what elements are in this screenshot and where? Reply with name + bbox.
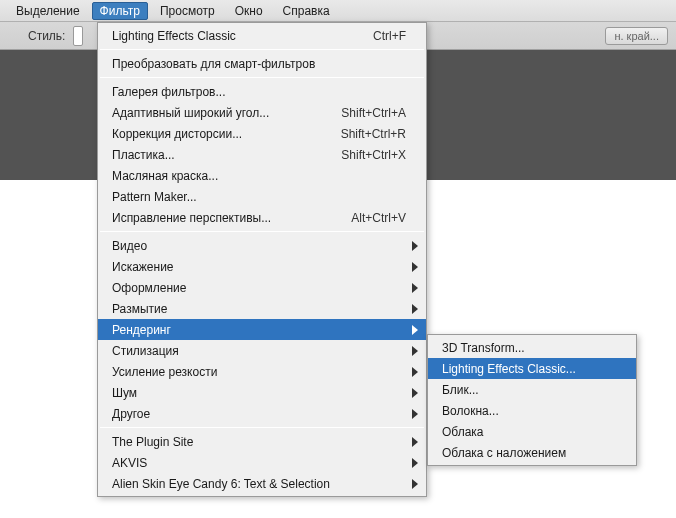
menu-label: Lighting Effects Classic...: [442, 362, 576, 376]
filter-other[interactable]: Другое: [98, 403, 426, 424]
render-3d-transform[interactable]: 3D Transform...: [428, 337, 636, 358]
filter-pattern-maker[interactable]: Pattern Maker...: [98, 186, 426, 207]
render-submenu: 3D Transform... Lighting Effects Classic…: [427, 334, 637, 466]
render-difference-clouds[interactable]: Облака с наложением: [428, 442, 636, 463]
chevron-right-icon: [412, 346, 418, 356]
menu-label: 3D Transform...: [442, 341, 525, 355]
separator: [100, 49, 424, 50]
chevron-right-icon: [412, 409, 418, 419]
filter-gallery[interactable]: Галерея фильтров...: [98, 81, 426, 102]
filter-plugin-site[interactable]: The Plugin Site: [98, 431, 426, 452]
filter-liquify[interactable]: Пластика... Shift+Ctrl+X: [98, 144, 426, 165]
menu-shortcut: Ctrl+F: [373, 29, 406, 43]
menu-label: Размытие: [112, 302, 406, 316]
menu-label: Коррекция дисторсии...: [112, 127, 341, 141]
filter-noise[interactable]: Шум: [98, 382, 426, 403]
chevron-right-icon: [412, 325, 418, 335]
menu-shortcut: Shift+Ctrl+A: [341, 106, 406, 120]
separator: [100, 427, 424, 428]
filter-pixelate[interactable]: Оформление: [98, 277, 426, 298]
menu-label: Оформление: [112, 281, 406, 295]
menu-label: Преобразовать для смарт-фильтров: [112, 57, 406, 71]
menu-label: Волокна...: [442, 404, 499, 418]
menu-shortcut: Alt+Ctrl+V: [351, 211, 406, 225]
menu-label: Масляная краска...: [112, 169, 406, 183]
style-select[interactable]: [73, 26, 83, 46]
filter-convert-smart[interactable]: Преобразовать для смарт-фильтров: [98, 53, 426, 74]
separator: [100, 77, 424, 78]
chevron-right-icon: [412, 304, 418, 314]
chevron-right-icon: [412, 388, 418, 398]
menu-label: Другое: [112, 407, 406, 421]
menu-label: Lighting Effects Classic: [112, 29, 373, 43]
render-fibers[interactable]: Волокна...: [428, 400, 636, 421]
render-lens-flare[interactable]: Блик...: [428, 379, 636, 400]
filter-video[interactable]: Видео: [98, 235, 426, 256]
filter-adaptive-wide-angle[interactable]: Адаптивный широкий угол... Shift+Ctrl+A: [98, 102, 426, 123]
filter-lens-correction[interactable]: Коррекция дисторсии... Shift+Ctrl+R: [98, 123, 426, 144]
filter-stylize[interactable]: Стилизация: [98, 340, 426, 361]
filter-akvis[interactable]: AKVIS: [98, 452, 426, 473]
chevron-right-icon: [412, 479, 418, 489]
filter-vanishing-point[interactable]: Исправление перспективы... Alt+Ctrl+V: [98, 207, 426, 228]
menubar: Выделение Фильтр Просмотр Окно Справка: [0, 0, 676, 22]
menu-label: Усиление резкости: [112, 365, 406, 379]
menu-label: Искажение: [112, 260, 406, 274]
chevron-right-icon: [412, 262, 418, 272]
menu-label: Шум: [112, 386, 406, 400]
menu-view[interactable]: Просмотр: [152, 2, 223, 20]
menu-label: Рендеринг: [112, 323, 406, 337]
chevron-right-icon: [412, 283, 418, 293]
menu-label: Исправление перспективы...: [112, 211, 351, 225]
filter-dropdown: Lighting Effects Classic Ctrl+F Преобраз…: [97, 22, 427, 497]
chevron-right-icon: [412, 437, 418, 447]
filter-last[interactable]: Lighting Effects Classic Ctrl+F: [98, 25, 426, 46]
menu-label: Облака с наложением: [442, 446, 566, 460]
filter-sharpen[interactable]: Усиление резкости: [98, 361, 426, 382]
render-lighting-effects-classic[interactable]: Lighting Effects Classic...: [428, 358, 636, 379]
filter-render[interactable]: Рендеринг: [98, 319, 426, 340]
menu-label: Пластика...: [112, 148, 341, 162]
crop-edge-button[interactable]: н. край...: [605, 27, 668, 45]
menu-shortcut: Shift+Ctrl+X: [341, 148, 406, 162]
chevron-right-icon: [412, 367, 418, 377]
menu-label: Галерея фильтров...: [112, 85, 406, 99]
render-clouds[interactable]: Облака: [428, 421, 636, 442]
menu-label: Alien Skin Eye Candy 6: Text & Selection: [112, 477, 406, 491]
menu-select[interactable]: Выделение: [8, 2, 88, 20]
chevron-right-icon: [412, 241, 418, 251]
menu-label: AKVIS: [112, 456, 406, 470]
menu-label: Блик...: [442, 383, 479, 397]
style-label: Стиль:: [28, 29, 65, 43]
menu-label: Pattern Maker...: [112, 190, 406, 204]
filter-alien-skin[interactable]: Alien Skin Eye Candy 6: Text & Selection: [98, 473, 426, 494]
filter-distort[interactable]: Искажение: [98, 256, 426, 277]
filter-oil-paint[interactable]: Масляная краска...: [98, 165, 426, 186]
menu-help[interactable]: Справка: [275, 2, 338, 20]
menu-label: Видео: [112, 239, 406, 253]
menu-label: Стилизация: [112, 344, 406, 358]
separator: [100, 231, 424, 232]
chevron-right-icon: [412, 458, 418, 468]
menu-label: Адаптивный широкий угол...: [112, 106, 341, 120]
menu-filter[interactable]: Фильтр: [92, 2, 148, 20]
menu-window[interactable]: Окно: [227, 2, 271, 20]
filter-blur[interactable]: Размытие: [98, 298, 426, 319]
menu-label: Облака: [442, 425, 484, 439]
menu-shortcut: Shift+Ctrl+R: [341, 127, 406, 141]
menu-label: The Plugin Site: [112, 435, 406, 449]
